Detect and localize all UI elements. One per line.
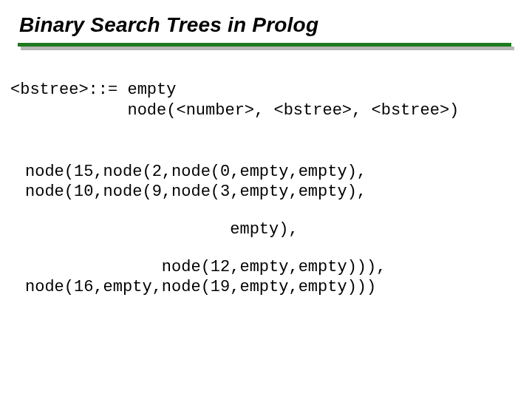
- slide: Binary Search Trees in Prolog <bstree>::…: [0, 0, 532, 399]
- grammar-block: <bstree>::= empty node(<number>, <bstree…: [10, 80, 514, 121]
- title-underline-shadow: [21, 47, 514, 50]
- code-line-4: node(12,empty,empty))),: [25, 258, 386, 276]
- code-group-1: node(15,node(2,node(0,empty,empty), node…: [25, 163, 514, 202]
- code-line-1: node(15,node(2,node(0,empty,empty),: [25, 163, 366, 181]
- grammar-line-2: node(<number>, <bstree>, <bstree>): [10, 101, 459, 120]
- title-underline: [18, 43, 514, 50]
- code-line-2: node(10,node(9,node(3,empty,empty),: [25, 183, 366, 201]
- grammar-line-1: <bstree>::= empty: [10, 81, 176, 99]
- code-group-2: empty),: [25, 220, 514, 240]
- code-line-5: node(16,empty,node(19,empty,empty))): [25, 278, 376, 296]
- code-line-3: empty),: [25, 220, 299, 239]
- code-group-3: node(12,empty,empty))), node(16,empty,no…: [25, 258, 514, 298]
- slide-title: Binary Search Trees in Prolog: [19, 13, 514, 37]
- title-underline-bar: [18, 43, 511, 47]
- code-block: node(15,node(2,node(0,empty,empty), node…: [25, 163, 514, 297]
